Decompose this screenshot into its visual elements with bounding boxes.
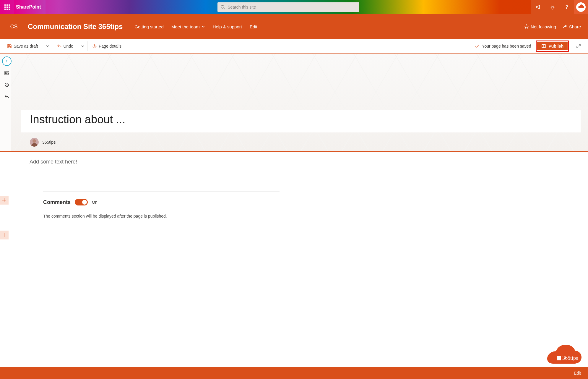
publish-highlight: Publish (536, 41, 569, 52)
waffle-icon (4, 4, 10, 10)
author-row: 365tips (30, 138, 588, 147)
site-header: CS Communication Site 365tips Getting st… (0, 14, 588, 39)
save-status-label: Your page has been saved (482, 44, 531, 48)
follow-label: Not following (531, 24, 556, 29)
title-background (0, 54, 588, 151)
body-placeholder[interactable]: Add some text here! (30, 159, 588, 165)
title-layout-image-button[interactable] (2, 68, 12, 78)
publish-button[interactable]: Publish (537, 42, 568, 50)
search-input[interactable] (228, 5, 356, 9)
office-icon (557, 356, 561, 360)
check-icon (475, 44, 480, 48)
undo-split[interactable] (78, 41, 87, 51)
body-section[interactable]: Add some text here! (0, 152, 588, 177)
book-icon (541, 44, 546, 48)
expand-button[interactable] (574, 41, 583, 51)
save-draft-label: Save as draft (14, 44, 38, 48)
save-status: Your page has been saved (475, 44, 531, 48)
star-icon (524, 24, 529, 29)
title-reset-button[interactable] (2, 92, 12, 101)
gear-icon (550, 4, 555, 10)
svg-rect-6 (5, 71, 9, 75)
info-icon (4, 59, 9, 64)
account-avatar-icon (576, 2, 586, 12)
search-icon (220, 5, 225, 9)
comments-note: The comments section will be displayed a… (43, 214, 280, 218)
author-avatar[interactable] (30, 138, 39, 147)
brand-link[interactable]: SharePoint (14, 0, 46, 14)
title-area[interactable]: Instruction about ... (21, 110, 581, 132)
site-title[interactable]: Communication Site 365tips (28, 22, 123, 31)
comments-toggle-label: On (92, 200, 98, 205)
image-icon (4, 70, 9, 76)
svg-point-3 (566, 9, 567, 9)
footer-bar: Edit (0, 367, 588, 379)
plus-icon (2, 198, 7, 203)
comments-block: Comments On The comments section will be… (43, 192, 280, 218)
brand-badge[interactable]: 365tips (541, 345, 583, 365)
svg-point-5 (7, 60, 7, 60)
gear-icon (92, 44, 97, 48)
suite-left: SharePoint (0, 0, 46, 14)
suite-bar: SharePoint (0, 0, 588, 14)
svg-line-1 (224, 8, 225, 9)
add-section-button[interactable] (0, 196, 9, 205)
app-launcher-button[interactable] (0, 0, 14, 14)
comments-heading: Comments (43, 199, 71, 205)
nav-getting-started[interactable]: Getting started (134, 24, 163, 29)
save-icon (7, 44, 12, 48)
page-details-label: Page details (99, 44, 121, 48)
comments-header: Comments On (43, 199, 280, 205)
undo-label: Undo (64, 44, 73, 48)
site-logo[interactable]: CS (7, 22, 21, 31)
settings-button[interactable] (545, 0, 560, 14)
nav-meet-team[interactable]: Meet the team (171, 24, 205, 29)
search-box[interactable] (217, 2, 359, 12)
save-draft-button[interactable]: Save as draft (5, 41, 40, 51)
share-label: Share (569, 24, 581, 29)
publish-label: Publish (548, 44, 563, 48)
account-button[interactable] (574, 0, 588, 14)
chevron-down-icon (202, 25, 205, 28)
undo-icon (57, 44, 62, 48)
canvas: Instruction about ... 365tips Add some t… (0, 53, 588, 218)
follow-button[interactable]: Not following (524, 24, 556, 29)
plus-icon (2, 233, 7, 237)
svg-point-0 (221, 5, 224, 8)
undo-button[interactable]: Undo (55, 41, 76, 51)
page-details-button[interactable]: Page details (90, 41, 124, 51)
brand-badge-text: 365tips (562, 355, 578, 361)
footer-edit-button[interactable]: Edit (574, 371, 581, 375)
nav-help[interactable]: Help & support (213, 24, 242, 29)
megaphone-button[interactable] (531, 0, 545, 14)
svg-point-4 (94, 45, 95, 47)
toggle-knob (82, 200, 87, 205)
suite-search-wrap (46, 2, 531, 12)
nav-edit[interactable]: Edit (250, 24, 257, 29)
command-bar: Save as draft Undo Page details Your pag… (0, 39, 588, 53)
title-section[interactable]: Instruction about ... 365tips (0, 53, 588, 152)
add-section-button-2[interactable] (0, 231, 9, 239)
title-toolbar (2, 56, 12, 101)
picture-icon (4, 82, 9, 88)
title-layout-plain-button[interactable] (2, 56, 12, 66)
megaphone-icon (535, 4, 541, 10)
author-name[interactable]: 365tips (42, 140, 56, 145)
suite-right (531, 0, 588, 14)
chevron-down-icon (46, 44, 49, 48)
undo-icon (4, 94, 9, 99)
help-icon (564, 4, 570, 10)
save-draft-split[interactable] (43, 41, 52, 51)
expand-icon (576, 44, 581, 48)
share-button[interactable]: Share (563, 24, 581, 29)
nav-meet-team-label: Meet the team (171, 24, 200, 29)
svg-point-2 (552, 6, 553, 8)
svg-point-9 (33, 139, 36, 143)
page-title[interactable]: Instruction about ... (30, 113, 126, 126)
share-icon (563, 24, 567, 29)
svg-point-7 (6, 72, 7, 73)
help-button[interactable] (560, 0, 574, 14)
comments-toggle[interactable] (75, 199, 88, 205)
title-layout-color-button[interactable] (2, 80, 12, 90)
site-nav: Getting started Meet the team Help & sup… (134, 24, 257, 29)
